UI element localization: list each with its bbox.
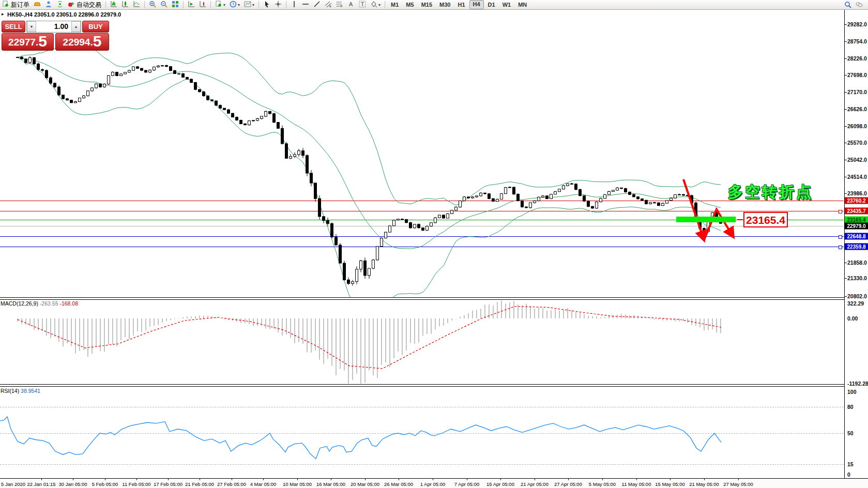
buy-price-display[interactable]: 22994. 5 <box>55 33 109 51</box>
time-tick-label: 7 Apr 05:00 <box>454 481 480 487</box>
price-tick: 28226.0 <box>847 55 867 62</box>
time-tick-label: 27 Apr 05:00 <box>554 481 582 487</box>
macd-axis-tick: 322.29 <box>847 300 864 307</box>
macd-signal-value: -168.08 <box>59 300 78 307</box>
text-label-button[interactable]: T <box>357 1 368 9</box>
volume-value[interactable]: 1.00 <box>36 21 71 32</box>
chart-line-button[interactable] <box>131 1 142 9</box>
chevron-down-icon[interactable]: ▾ <box>252 3 254 7</box>
price-tick: 26626.0 <box>847 106 867 112</box>
chart-area[interactable] <box>0 9 868 488</box>
timeframe-MN[interactable]: MN <box>515 1 530 9</box>
axis-bars-icon <box>110 1 117 9</box>
indicators-button[interactable]: ▾ <box>214 1 227 9</box>
sell-button[interactable]: SELL <box>2 21 25 33</box>
vline-icon <box>291 1 298 9</box>
timeframe-M30[interactable]: M30 <box>436 1 453 9</box>
auto-trading-button[interactable]: 自动交易 <box>66 1 103 9</box>
chevron-down-icon[interactable]: ▾ <box>238 3 240 7</box>
chevron-down-icon[interactable]: ▾ <box>223 3 225 7</box>
chart-bars-button[interactable] <box>109 1 119 9</box>
turning-point-annotation: 多空转折点 <box>728 182 813 203</box>
timeframe-M15[interactable]: M15 <box>418 1 435 9</box>
price-tick: 25042.0 <box>847 157 867 163</box>
vertical-line-button[interactable] <box>289 1 299 9</box>
shapes-button[interactable]: ▾ <box>369 1 382 9</box>
time-tick-label: 17 Feb 05:00 <box>154 481 182 487</box>
axis-curve-icon <box>133 1 140 9</box>
crosshair-button[interactable] <box>273 1 283 9</box>
shift-axis-icon <box>199 1 206 9</box>
timeframe-M5[interactable]: M5 <box>403 1 417 9</box>
price-tick: 27170.0 <box>847 89 867 95</box>
macd-axis-tick: -1192.28 <box>847 380 868 387</box>
toolbar-separator <box>144 1 145 8</box>
time-tick-label: 30 Jan 05:00 <box>59 481 87 487</box>
time-tick-label: 16 Mar 05:00 <box>316 481 345 487</box>
robot-icon <box>68 1 75 9</box>
chart-tpl-icon <box>244 1 251 9</box>
sell-price-display[interactable]: 22977. 5 <box>2 33 54 51</box>
timeframe-M1[interactable]: M1 <box>388 1 402 9</box>
rsi-axis-tick: 50 <box>847 430 854 436</box>
text-t-icon: T <box>359 1 366 9</box>
auto-scroll-button[interactable] <box>186 1 196 9</box>
horizontal-level-line-23760.2[interactable] <box>0 201 844 201</box>
horizontal-level-line-22359.8[interactable] <box>0 247 844 247</box>
line-handle-square[interactable] <box>839 235 842 239</box>
timeframe-W1[interactable]: W1 <box>499 1 514 9</box>
support-zone-rectangle <box>676 217 736 222</box>
mt4-window: 新订单自动交易▾▾▾EFAT▾M1M5M15M30H1H4D1W1MN ▸ HK… <box>0 0 868 488</box>
volume-up-icon[interactable]: ▲ <box>71 21 81 32</box>
chevron-down-icon[interactable]: ▾ <box>378 3 380 7</box>
horizontal-line-button[interactable] <box>300 1 311 9</box>
ingot-icon <box>34 1 41 9</box>
gold-ingot-icon[interactable] <box>32 1 42 9</box>
main-toolbar: 新订单自动交易▾▾▾EFAT▾M1M5M15M30H1H4D1W1MN <box>0 0 868 10</box>
line-handle-square[interactable] <box>839 246 842 249</box>
chart-shift-button[interactable] <box>197 1 208 9</box>
buy-button[interactable]: BUY <box>82 21 109 33</box>
volume-down-icon[interactable]: ▼ <box>27 21 36 32</box>
trendline-button[interactable] <box>312 1 322 9</box>
time-tick-label: 26 Mar 05:00 <box>384 481 413 487</box>
zoom-out-button[interactable] <box>159 1 169 9</box>
timeframe-D1[interactable]: D1 <box>485 1 498 9</box>
timeframe-H4[interactable]: H4 <box>469 0 484 9</box>
rsi-value: 38.9541 <box>21 388 40 394</box>
tline-icon <box>313 1 321 9</box>
toolbar-separator <box>210 1 211 8</box>
cursor-button[interactable] <box>262 1 272 9</box>
text-button[interactable]: A <box>346 1 356 9</box>
auto-trading-button-label: 自动交易 <box>77 1 101 9</box>
horizontal-level-line-22648.8[interactable] <box>0 236 844 237</box>
volume-stepper[interactable]: ▼ 1.00 ▲ <box>26 21 81 33</box>
toolbar-separator <box>286 1 286 8</box>
search-icon[interactable] <box>843 1 853 9</box>
fibonacci-button[interactable]: F <box>334 1 345 9</box>
chart-candles-button[interactable] <box>120 1 130 9</box>
chat-icon[interactable] <box>854 1 864 9</box>
line-handle-square[interactable] <box>839 210 842 213</box>
new-order-button[interactable]: 新订单 <box>1 1 31 9</box>
community-icon[interactable] <box>43 1 54 9</box>
chart-title: HK50-,H4 23051.0 23051.0 22896.0 22979.0 <box>7 11 121 18</box>
equidistant-channel-button[interactable]: E <box>323 1 333 9</box>
rsi-axis-tick: 80 <box>847 404 854 410</box>
periods-button[interactable]: ▾ <box>228 1 241 9</box>
time-tick-label: 11 Feb 05:00 <box>122 481 150 487</box>
zoom-in-button[interactable] <box>147 1 158 9</box>
templates-button[interactable]: ▾ <box>242 1 256 9</box>
timeframe-H1[interactable]: H1 <box>454 1 468 9</box>
zoom-in-icon <box>149 1 156 9</box>
pane-splitter-macd[interactable] <box>0 297 868 300</box>
tile-windows-button[interactable] <box>170 1 180 9</box>
rsi-level-dashed-line <box>0 464 844 465</box>
macd-axis-tick: 0.00 <box>847 315 858 322</box>
signals-icon[interactable] <box>55 1 65 9</box>
time-axis[interactable]: 5 Jan 202022 Jan 01:1530 Jan 05:005 Feb … <box>0 478 868 488</box>
horizontal-level-line-23435.7[interactable] <box>0 211 844 211</box>
person-icon <box>45 1 52 9</box>
horizontal-level-line-22979.0[interactable] <box>0 226 844 226</box>
pane-splitter-rsi[interactable] <box>0 384 868 387</box>
